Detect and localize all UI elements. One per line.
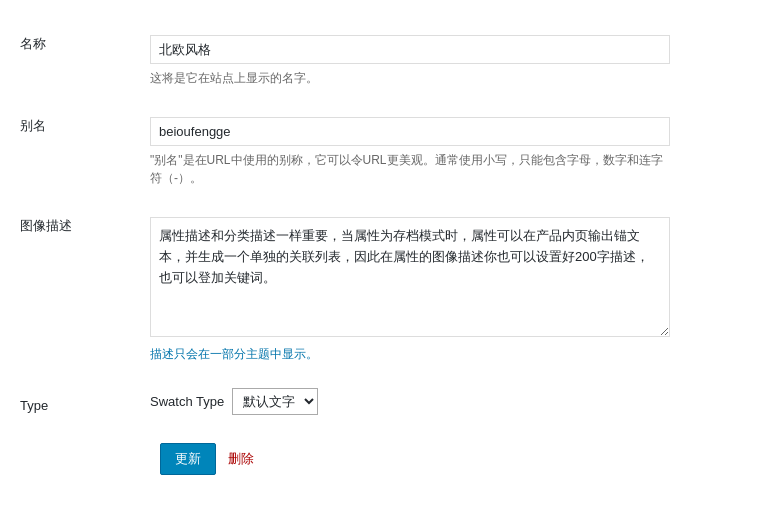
page-wrapper: 名称 这将是它在站点上显示的名字。 别名 "别名"是在URL中使用的别称，它可以… [0, 0, 764, 508]
description-label: 图像描述 [0, 202, 140, 378]
alias-hint: "别名"是在URL中使用的别称，它可以令URL更美观。通常使用小写，只能包含字母… [150, 151, 670, 187]
description-textarea[interactable]: 属性描述和分类描述一样重要，当属性为存档模式时，属性可以在产品内页输出锚文本，并… [150, 217, 670, 337]
description-row: 图像描述 属性描述和分类描述一样重要，当属性为存档模式时，属性可以在产品内页输出… [0, 202, 744, 378]
type-row: Type Swatch Type 默认文字 颜色 图像 [0, 378, 744, 428]
update-button[interactable]: 更新 [160, 443, 216, 475]
description-footer: 描述只会在一部分主题中显示。 [150, 346, 734, 363]
name-label: 名称 [0, 20, 140, 102]
name-row: 名称 这将是它在站点上显示的名字。 [0, 20, 744, 102]
type-label: Type [0, 378, 140, 428]
type-cell: Swatch Type 默认文字 颜色 图像 [140, 378, 744, 428]
swatch-type-select[interactable]: 默认文字 颜色 图像 [232, 388, 318, 415]
swatch-type-label: Swatch Type [150, 394, 224, 409]
description-cell: 属性描述和分类描述一样重要，当属性为存档模式时，属性可以在产品内页输出锚文本，并… [140, 202, 744, 378]
alias-input[interactable] [150, 117, 670, 146]
alias-label: 别名 [0, 102, 140, 202]
alias-row: 别名 "别名"是在URL中使用的别称，它可以令URL更美观。通常使用小写，只能包… [0, 102, 744, 202]
form-table: 名称 这将是它在站点上显示的名字。 别名 "别名"是在URL中使用的别称，它可以… [0, 20, 744, 428]
buttons-row: 更新 删除 [0, 428, 744, 490]
swatch-row: Swatch Type 默认文字 颜色 图像 [150, 388, 734, 415]
alias-cell: "别名"是在URL中使用的别称，它可以令URL更美观。通常使用小写，只能包含字母… [140, 102, 744, 202]
name-input[interactable] [150, 35, 670, 64]
name-hint: 这将是它在站点上显示的名字。 [150, 69, 670, 87]
name-cell: 这将是它在站点上显示的名字。 [140, 20, 744, 102]
delete-button[interactable]: 删除 [228, 444, 254, 474]
